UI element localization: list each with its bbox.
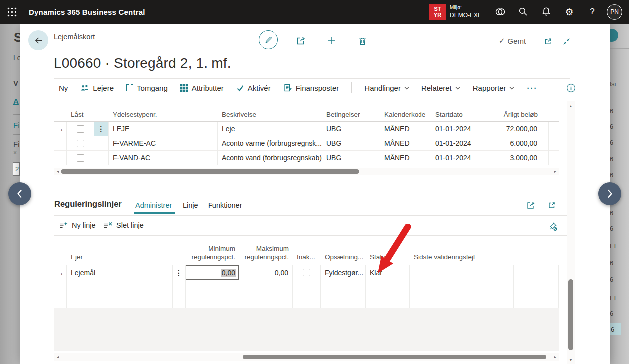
- cell-aarligt-beloeb[interactable]: 6.000,00: [482, 136, 549, 151]
- chevron-down-icon: [509, 86, 514, 90]
- top-bar: Dynamics 365 Business Central ST YR Milj…: [0, 0, 629, 24]
- col-header-startdato[interactable]: Startdato: [431, 107, 482, 122]
- scroll-right-arrow[interactable]: ►: [552, 353, 559, 361]
- scrollbar-thumb[interactable]: [243, 355, 546, 359]
- scroll-down-arrow[interactable]: ▼: [567, 356, 575, 363]
- search-icon[interactable]: [512, 0, 535, 24]
- previous-record-button[interactable]: [8, 182, 31, 205]
- collapse-button[interactable]: [560, 35, 572, 47]
- cell-aarligt-beloeb[interactable]: 72.000,00: [482, 122, 549, 136]
- ny-linje-button[interactable]: Ny linje: [59, 221, 96, 229]
- notifications-bell-icon[interactable]: [535, 0, 558, 24]
- action-aktiver[interactable]: Aktivér: [236, 84, 271, 92]
- col-header-beskrivelse[interactable]: Beskrivelse: [218, 107, 322, 122]
- menu-rapporter[interactable]: Rapporter: [473, 84, 515, 92]
- tab-administrer[interactable]: Administrer: [135, 201, 172, 209]
- more-options-button[interactable]: ···: [527, 84, 537, 92]
- cell-kalenderkode[interactable]: MÅNED: [380, 151, 431, 165]
- cell-aarligt-beloeb[interactable]: 3.000,00: [482, 151, 549, 165]
- col-header-ejer[interactable]: Ejer: [67, 239, 173, 265]
- cell-ydelsestypenr[interactable]: LEJE: [109, 122, 218, 136]
- cell-kalenderkode[interactable]: MÅNED: [380, 136, 431, 151]
- tab-funktioner[interactable]: Funktioner: [208, 201, 242, 209]
- delete-button[interactable]: [356, 35, 368, 47]
- menu-handlinger[interactable]: Handlinger: [364, 84, 409, 92]
- underlay-divider: [13, 114, 20, 115]
- section-focus-button[interactable]: [546, 200, 557, 211]
- ejer-link[interactable]: Lejemål: [71, 269, 95, 277]
- laast-checkbox[interactable]: [77, 140, 84, 147]
- laast-checkbox[interactable]: [77, 125, 84, 133]
- menu-relateret[interactable]: Relateret: [421, 84, 460, 92]
- environment-switcher[interactable]: ST YR Miljø: DEMO-EXE: [429, 4, 482, 20]
- col-header-inaktiv[interactable]: Inak...: [293, 239, 321, 265]
- action-lejere[interactable]: Lejere: [80, 84, 114, 92]
- action-attributter[interactable]: Attributter: [180, 84, 224, 92]
- info-button[interactable]: [565, 82, 576, 93]
- scrollbar-thumb[interactable]: [568, 279, 573, 350]
- cell-betingelser[interactable]: UBG: [322, 122, 380, 136]
- cell-ejer[interactable]: Lejemål: [67, 265, 173, 280]
- inaktiv-checkbox[interactable]: [303, 269, 310, 276]
- col-header-sidste-valideringsfejl[interactable]: Sidste valideringsfejl: [410, 239, 514, 265]
- cell-sidste-valideringsfejl[interactable]: [410, 265, 514, 280]
- col-header-laast[interactable]: Låst: [67, 107, 94, 122]
- col-header-max-reguleringspct[interactable]: Maksimum reguleringspct.: [239, 239, 293, 265]
- scroll-right-arrow[interactable]: ►: [552, 168, 559, 175]
- action-tomgang[interactable]: Tomgang: [126, 84, 168, 92]
- cell-ydelsestypenr[interactable]: F-VAND-AC: [109, 151, 218, 165]
- empty-cell: [186, 294, 239, 308]
- cell-max-reguleringspct[interactable]: 0,00: [239, 265, 293, 280]
- cell-startdato[interactable]: 01-01-2024: [431, 136, 482, 151]
- cell-ydelsestypenr[interactable]: F-VARME-AC: [109, 136, 218, 151]
- share-button[interactable]: [295, 35, 307, 47]
- services-horizontal-scrollbar[interactable]: ◄ ►: [54, 168, 559, 175]
- user-avatar[interactable]: PN: [607, 4, 622, 20]
- cell-status[interactable]: Klar: [366, 265, 410, 280]
- help-icon[interactable]: ?: [581, 0, 604, 24]
- cell-opsaetning[interactable]: Fyldestgør...: [321, 265, 366, 280]
- scrollbar-thumb[interactable]: [61, 169, 359, 174]
- pin-toggle-button[interactable]: [547, 221, 558, 232]
- scroll-left-arrow[interactable]: ◄: [54, 168, 61, 175]
- gear-icon-glyph: ⚙: [565, 6, 573, 18]
- tab-linje[interactable]: Linje: [183, 201, 198, 209]
- vertical-scrollbar[interactable]: ▲ ▼: [567, 101, 575, 364]
- cell-betingelser[interactable]: UBG: [322, 151, 380, 165]
- cell-beskrivelse[interactable]: Aconto varme (forbrugsregnsk...: [218, 136, 322, 151]
- next-record-button[interactable]: [598, 182, 621, 205]
- col-header-betingelser[interactable]: Betingelser: [322, 107, 380, 122]
- open-in-new-window-button[interactable]: [542, 35, 554, 47]
- settings-gear-icon[interactable]: ⚙: [558, 0, 581, 24]
- col-header-status[interactable]: Statu...: [366, 239, 410, 265]
- col-header-kalenderkode[interactable]: Kalenderkode: [380, 107, 431, 122]
- col-header-min-reguleringspct[interactable]: Minimum reguleringspct.: [186, 239, 239, 265]
- cell-betingelser[interactable]: UBG: [322, 136, 380, 151]
- avatar-initials: PN: [610, 8, 619, 15]
- back-button[interactable]: [28, 30, 48, 50]
- cell-startdato[interactable]: 01-01-2024: [431, 122, 482, 136]
- cell-beskrivelse[interactable]: Aconto vand (forbrugsregnskab): [218, 151, 322, 165]
- scroll-left-arrow[interactable]: ◄: [54, 353, 61, 361]
- laast-checkbox[interactable]: [77, 154, 84, 162]
- col-header-ydelsestypenr[interactable]: Ydelsestypenr.: [109, 107, 218, 122]
- min-reguleringspct-input[interactable]: 0,00: [186, 265, 239, 280]
- scroll-up-arrow[interactable]: ▲: [567, 102, 575, 109]
- new-button[interactable]: [325, 35, 337, 47]
- cell-beskrivelse[interactable]: Leje: [218, 122, 322, 136]
- cell-kalenderkode[interactable]: MÅNED: [380, 122, 431, 136]
- regulation-horizontal-scrollbar[interactable]: ◄ ►: [54, 353, 559, 361]
- slet-linje-button[interactable]: Slet linje: [104, 221, 144, 229]
- dynamics365-icon[interactable]: [489, 0, 512, 24]
- app-launcher-waffle-icon[interactable]: [0, 0, 24, 24]
- section-share-button[interactable]: [525, 200, 536, 211]
- cell-min-reguleringspct[interactable]: 0,00: [186, 265, 239, 280]
- cell-startdato[interactable]: 01-01-2024: [431, 151, 482, 165]
- row-menu-button[interactable]: ⋮: [173, 265, 186, 280]
- row-menu-button[interactable]: ⋮: [94, 122, 109, 136]
- col-header-aarligt-beloeb[interactable]: Årligt beløb: [482, 107, 549, 122]
- edit-button[interactable]: [259, 30, 278, 49]
- action-finansposter[interactable]: Finansposter: [283, 83, 339, 92]
- col-header-opsaetning[interactable]: Opsætning...: [321, 239, 366, 265]
- action-ny[interactable]: Ny: [59, 84, 68, 92]
